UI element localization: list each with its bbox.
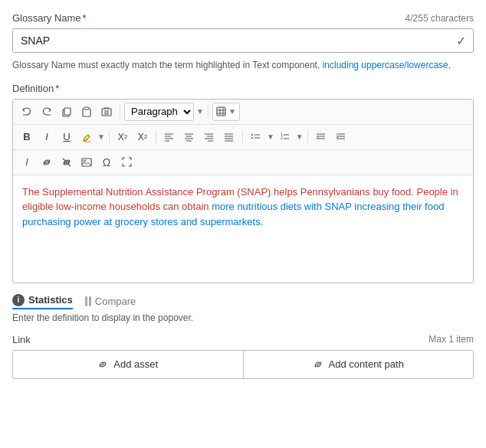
add-asset-button[interactable]: Add asset [13, 351, 243, 378]
paragraph-select[interactable]: Paragraph Heading 1 Heading 2 Heading 3 [124, 103, 194, 121]
paste-special-button[interactable] [77, 103, 96, 121]
undo-button[interactable] [18, 103, 36, 121]
bold-button[interactable]: B [18, 128, 36, 146]
align-justify-button[interactable] [220, 128, 238, 146]
link-section-header: Link Max 1 item [12, 334, 474, 345]
statistics-tab[interactable]: i Statistics [12, 294, 73, 309]
glossary-name-note: Glossary Name must exactly match the ter… [12, 59, 474, 72]
glossary-name-field-wrapper: ✓ [12, 28, 474, 53]
char-count: 4/255 characters [406, 13, 474, 24]
italic-button[interactable]: I [38, 128, 56, 146]
svg-point-30 [251, 134, 253, 136]
table-dropdown[interactable]: ▼ [212, 103, 240, 121]
note-link[interactable]: including uppercase/lowercase. [323, 60, 451, 70]
bullet-chevron: ▼ [267, 132, 274, 141]
svg-rect-1 [64, 108, 71, 115]
svg-rect-45 [82, 159, 91, 166]
add-content-path-icon [313, 359, 323, 370]
ordered-list-button[interactable]: 1. 2. [276, 128, 294, 146]
toolbar-row-1: Paragraph Heading 1 Heading 2 Heading 3 … [13, 100, 473, 125]
compare-tab[interactable]: Compare [85, 296, 136, 307]
info-icon: i [12, 294, 25, 306]
highlight-button[interactable] [77, 128, 96, 146]
toolbar-row-2: B I U ▼ X2 X2 [13, 125, 473, 150]
editor-content-area[interactable]: The Supplemental Nutrition Assistance Pr… [13, 175, 473, 283]
svg-point-32 [251, 137, 253, 139]
svg-point-46 [84, 160, 85, 162]
svg-text:2.: 2. [281, 136, 284, 140]
add-content-path-label: Add content path [329, 358, 404, 370]
italic2-button[interactable]: I [18, 153, 36, 172]
toolbar-divider-5 [242, 130, 243, 144]
tabs-row: i Statistics Compare [12, 294, 474, 309]
toolbar-row-3: I Ω [13, 150, 473, 175]
align-left-button[interactable] [160, 128, 179, 146]
highlight-chevron: ▼ [97, 132, 105, 141]
svg-rect-8 [217, 107, 225, 116]
label-text: Glossary Name [12, 12, 81, 24]
toolbar-divider-1 [120, 105, 120, 119]
statistics-label: Statistics [28, 294, 73, 306]
toolbar-divider-2 [208, 105, 209, 119]
redo-button[interactable] [38, 103, 56, 121]
toolbar-divider-6 [307, 130, 308, 144]
stats-note: Enter the definition to display in the p… [12, 312, 474, 323]
image-button[interactable] [77, 153, 96, 172]
definition-label: Definition* [12, 83, 474, 94]
fullscreen-button[interactable] [117, 153, 136, 172]
toolbar-divider-3 [109, 130, 110, 144]
clear-button[interactable] [97, 103, 116, 121]
max-items-label: Max 1 item [429, 334, 474, 345]
valid-check-icon: ✓ [456, 34, 466, 48]
link-row: Add asset Add content path [12, 350, 474, 379]
toolbar-divider-4 [156, 130, 156, 144]
paragraph-chevron: ▼ [196, 107, 204, 116]
ordered-chevron: ▼ [296, 132, 304, 141]
svg-rect-3 [84, 107, 89, 110]
align-center-button[interactable] [180, 128, 199, 146]
superscript-button[interactable]: X2 [133, 128, 152, 146]
glossary-name-header: Glossary Name* 4/255 characters [12, 12, 474, 24]
link-label: Link [12, 334, 31, 345]
glossary-name-label: Glossary Name* [12, 12, 87, 24]
bullet-list-button[interactable] [247, 128, 265, 146]
def-required-star: * [55, 83, 59, 94]
add-asset-label: Add asset [113, 358, 158, 370]
table-chevron: ▼ [228, 107, 236, 116]
required-star: * [83, 12, 87, 24]
outdent-button[interactable] [312, 128, 330, 146]
subscript-button[interactable]: X2 [113, 128, 132, 146]
link-button[interactable] [38, 153, 56, 172]
add-asset-icon [97, 359, 108, 370]
compare-icon [85, 296, 91, 306]
unlink-button[interactable] [57, 153, 76, 172]
indent-button[interactable] [332, 128, 350, 146]
add-content-path-button[interactable]: Add content path [244, 351, 474, 378]
glossary-name-input[interactable] [12, 28, 474, 53]
underline-button[interactable]: U [57, 128, 76, 146]
compare-label: Compare [95, 296, 136, 307]
definition-editor: Paragraph Heading 1 Heading 2 Heading 3 … [12, 99, 474, 283]
copy-button[interactable] [57, 103, 76, 121]
align-right-button[interactable] [200, 128, 218, 146]
special-char-button[interactable]: Ω [97, 153, 116, 172]
